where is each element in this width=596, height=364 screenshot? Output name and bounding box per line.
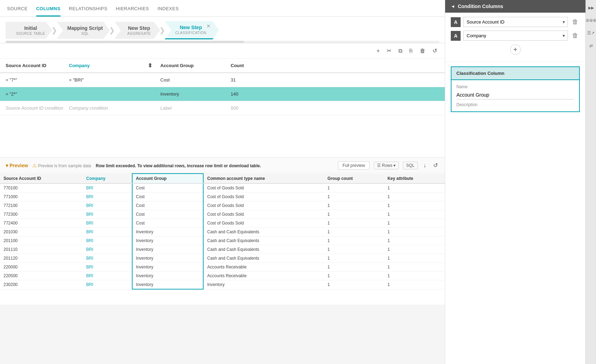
condition-delete-1[interactable]: 🗑 (571, 17, 580, 27)
icon-bar-btn-3[interactable]: ☰↗ (586, 28, 596, 38)
condition-letter-2: A (451, 31, 461, 41)
col-header-icon[interactable]: ⬍ (139, 62, 160, 69)
grid-row-placeholder[interactable]: Source Account ID condition Company cond… (0, 101, 445, 115)
condition-select-1[interactable]: Source Account ID Company Account Group (463, 17, 568, 27)
right-panel-header[interactable]: ◄ Condition Columns (445, 0, 585, 13)
warning-icon: ⚠ (32, 163, 37, 168)
condition-delete-2[interactable]: 🗑 (571, 31, 580, 41)
row3-count: 500 (231, 105, 273, 111)
condition-row-1: A Source Account ID Company Account Grou… (451, 17, 580, 27)
condition-select-wrap-1: Source Account ID Company Account Group (463, 17, 568, 27)
th-group-count: Group count (324, 174, 384, 183)
row2-count: 140 (231, 91, 273, 97)
condition-select-2[interactable]: Source Account ID Company Account Group (463, 31, 568, 41)
name-field-label: Name (456, 84, 574, 89)
pipeline-steps: Initial SOURCE TABLE ❯ Mapping Script SQ… (0, 17, 445, 39)
copy-button[interactable]: ⧉ (396, 46, 404, 56)
preview-row[interactable]: 220000BRIInventoryAccounts Receivable11 (0, 263, 445, 272)
step-subtitle-initial: SOURCE TABLE (16, 32, 45, 35)
warning-sample: Preview is from sample data (38, 163, 91, 168)
sql-button[interactable]: SQL (403, 162, 418, 169)
grid-header: Source Account ID Company ⬍ Account Grou… (0, 59, 445, 73)
row3-condition1: Source Account ID condition (6, 105, 69, 111)
full-preview-button[interactable]: Full preview (338, 161, 370, 170)
download-button[interactable]: ↓ (422, 161, 428, 170)
preview-row[interactable]: 220500BRIInventoryAccounts Receivable11 (0, 272, 445, 280)
tab-relationships[interactable]: RELATIONSHIPS (69, 6, 108, 17)
th-account-group: Account Group (132, 174, 204, 183)
classification-column-header: Classification Column (451, 66, 580, 80)
tab-source[interactable]: SOURCE (7, 6, 28, 17)
paste-button[interactable]: ⎘ (407, 46, 415, 56)
step-content-mapping[interactable]: Mapping Script SQL (57, 22, 110, 39)
preview-row[interactable]: 772400BRICostCost of Goods Sold11 (0, 219, 445, 228)
add-button[interactable]: + (374, 46, 382, 56)
step-content-classification[interactable]: New Step CLASSIFICATION ✕ (165, 21, 219, 39)
preview-row[interactable]: 201100BRIInventoryCash and Cash Equivale… (0, 236, 445, 245)
tab-indexes[interactable]: INDEXES (158, 6, 179, 17)
row1-condition1: = "7*" (6, 77, 69, 83)
row2-label: Inventory (160, 91, 231, 97)
step-aggregate[interactable]: New Step AGGREGATE ❯ (114, 21, 165, 39)
row1-condition2: = "BRI" (69, 77, 139, 83)
th-key-attribute: Key attribute (384, 174, 445, 183)
toolbar: + ✂ ⧉ ⎘ 🗑 ↺ (0, 43, 445, 59)
top-nav-tabs: SOURCE COLUMNS RELATIONSHIPS HIERARCHIES… (0, 0, 445, 17)
tab-hierarchies[interactable]: HIERARCHIES (116, 6, 149, 17)
preview-row[interactable]: 201030BRIInventoryCash and Cash Equivale… (0, 228, 445, 236)
classification-section: Classification Column Name Description (445, 62, 585, 364)
chevron-2: ❯ (109, 26, 115, 34)
col-header-account-group: Account Group (160, 63, 231, 68)
grid-row[interactable]: = "7*" = "BRI" Cost 31 (0, 73, 445, 87)
tab-columns[interactable]: COLUMNS (36, 6, 60, 17)
th-source-account-id: Source Account ID (0, 174, 83, 183)
step-content-initial[interactable]: Initial SOURCE TABLE (6, 22, 52, 39)
preview-warning: ⚠ Preview is from sample data Row limit … (32, 163, 334, 168)
grid-row-selected[interactable]: = "2*" Inventory 140 (0, 87, 445, 101)
add-condition-button[interactable]: + (510, 44, 521, 55)
preview-row[interactable]: 771000BRICostCost of Goods Sold11 (0, 193, 445, 201)
preview-row[interactable]: 201120BRIInventoryCash and Cash Equivale… (0, 254, 445, 263)
step-initial[interactable]: Initial SOURCE TABLE ❯ (6, 21, 57, 39)
row1-count: 31 (231, 77, 273, 83)
step-title-aggregate: New Step (125, 25, 153, 31)
preview-row[interactable]: 201110BRIInventoryCash and Cash Equivale… (0, 245, 445, 254)
step-classification[interactable]: New Step CLASSIFICATION ✕ (165, 21, 219, 39)
pipeline-area: Initial SOURCE TABLE ❯ Mapping Script SQ… (0, 17, 445, 43)
preview-row[interactable]: 772100BRICostCost of Goods Sold11 (0, 201, 445, 210)
preview-toggle[interactable]: ▾ Preview (6, 163, 28, 168)
step-close-icon[interactable]: ✕ (206, 23, 211, 29)
preview-table-header-row: Source Account ID Company Account Group … (0, 174, 445, 183)
cut-button[interactable]: ✂ (385, 46, 393, 56)
preview-area: ▾ Preview ⚠ Preview is from sample data … (0, 157, 445, 305)
condition-select-wrap-2: Source Account ID Company Account Group (463, 31, 568, 41)
description-label: Description (456, 102, 574, 107)
preview-refresh-button[interactable]: ↺ (432, 161, 439, 170)
preview-table: Source Account ID Company Account Group … (0, 173, 445, 290)
right-panel-title: Condition Columns (458, 4, 503, 9)
preview-title-text: Preview (9, 163, 28, 168)
preview-row[interactable]: 230200BRIInventoryInventory11 (0, 280, 445, 290)
icon-bar-btn-2[interactable]: ⦿⦿⦿ (586, 15, 596, 25)
preview-collapse-icon: ▾ (6, 163, 8, 168)
panel-collapse-icon: ◄ (451, 4, 455, 9)
step-content-aggregate[interactable]: New Step AGGREGATE (114, 22, 160, 39)
icon-bar-btn-4[interactable]: ⇄ (586, 41, 596, 51)
icon-bar-btn-1[interactable]: ▶▶ (586, 3, 596, 13)
condition-row-2: A Source Account ID Company Account Grou… (451, 31, 580, 41)
refresh-button[interactable]: ↺ (430, 46, 439, 56)
preview-row[interactable]: 770100BRICostCost of Goods Sold11 (0, 183, 445, 193)
condition-columns-section: A Source Account ID Company Account Grou… (445, 13, 585, 62)
rows-label: Rows (382, 163, 392, 168)
delete-button[interactable]: 🗑 (418, 46, 428, 56)
rows-button[interactable]: ☰ Rows ▾ (374, 162, 399, 169)
preview-row[interactable]: 772300BRICostCost of Goods Sold11 (0, 210, 445, 219)
name-field-input[interactable] (456, 91, 574, 99)
col-header-count: Count (231, 63, 273, 68)
condition-letter-1: A (451, 17, 461, 27)
right-panel: ◄ Condition Columns A Source Account ID … (445, 0, 585, 364)
step-mapping[interactable]: Mapping Script SQL ❯ (57, 21, 114, 39)
classification-grid: Source Account ID Company ⬍ Account Grou… (0, 59, 445, 157)
col-header-company: Company (69, 63, 139, 68)
classification-column-body: Name Description (451, 80, 580, 112)
